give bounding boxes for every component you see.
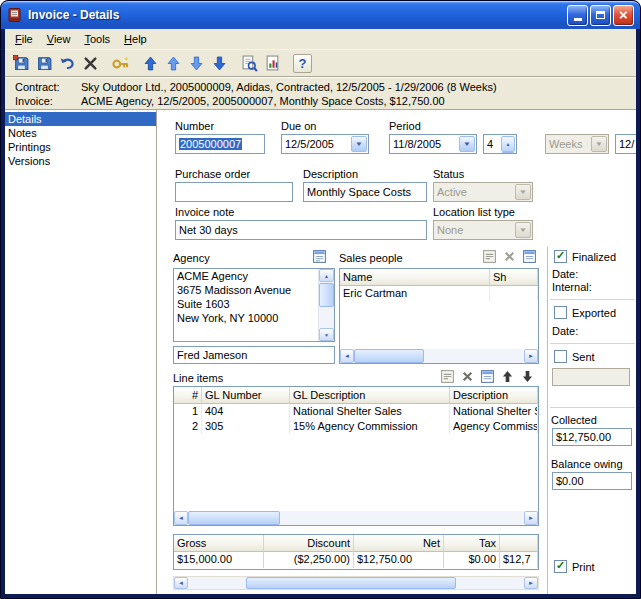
sales-properties-button[interactable]: [519, 248, 539, 265]
arrow-up-alt-button[interactable]: [162, 52, 185, 75]
help-button[interactable]: [291, 52, 314, 75]
balance-owing-field[interactable]: $0.00: [552, 472, 632, 490]
number-field[interactable]: 2005000007: [175, 134, 265, 154]
menu-item-tools[interactable]: Tools: [77, 31, 117, 47]
maximize-button[interactable]: [590, 5, 611, 26]
spin-down-icon[interactable]: [501, 152, 515, 154]
period-end-combo[interactable]: 12/: [615, 134, 636, 154]
scroll-left-icon[interactable]: [340, 349, 354, 363]
period-count-spinner[interactable]: 4: [483, 134, 517, 154]
column-header-gl-number[interactable]: GL Number: [202, 387, 290, 404]
sales-people-label: Sales people: [339, 252, 403, 264]
nav-down-icon: [213, 56, 226, 71]
column-header-gl-description[interactable]: GL Description: [290, 387, 450, 404]
sales-row[interactable]: Eric Cartman: [340, 286, 538, 301]
finalized-checkbox[interactable]: [554, 250, 567, 263]
scroll-left-icon[interactable]: [174, 511, 188, 525]
divider: [550, 299, 635, 300]
totals-header: Gross Discount Net Tax: [174, 535, 538, 552]
sidebar-item-printings[interactable]: Printings: [5, 140, 156, 154]
location-list-type-value: None: [437, 224, 463, 236]
agency-label: Agency: [173, 252, 210, 264]
sales-cell-share: [490, 286, 538, 301]
column-header-number[interactable]: #: [174, 387, 202, 404]
line-item-edit-button[interactable]: [437, 368, 457, 385]
report-button[interactable]: [261, 52, 284, 75]
report-icon: [264, 55, 281, 72]
number-label: Number: [175, 120, 214, 132]
print-preview-button[interactable]: [238, 52, 261, 75]
app-icon: [7, 7, 23, 23]
line-item-properties-button[interactable]: [477, 368, 497, 385]
print-checkbox[interactable]: [554, 560, 567, 573]
scrollbar-thumb[interactable]: [246, 577, 456, 589]
agency-scrollbar[interactable]: [318, 269, 334, 341]
sent-checkbox[interactable]: [554, 350, 567, 363]
description-field[interactable]: Monthly Space Costs: [303, 182, 427, 202]
sidebar-item-notes[interactable]: Notes: [5, 126, 156, 140]
scroll-right-icon[interactable]: [524, 349, 538, 363]
status-combo: Active: [433, 182, 533, 202]
chevron-down-icon[interactable]: [351, 136, 367, 152]
sales-edit-button[interactable]: [479, 248, 499, 265]
line-items-table: # GL Number GL Description Description 1…: [173, 386, 539, 526]
save-button[interactable]: [33, 52, 56, 75]
scroll-right-icon[interactable]: [524, 511, 538, 525]
agency-address-list[interactable]: ACME Agency 3675 Madisson Avenue Suite 1…: [173, 268, 335, 342]
line-item-delete-button[interactable]: [457, 368, 477, 385]
balance-owing-label: Balance owing: [551, 458, 623, 470]
edit-icon: [482, 249, 497, 264]
sidebar-item-details[interactable]: Details: [5, 112, 156, 126]
exported-checkbox[interactable]: [554, 306, 567, 319]
generate-number-button[interactable]: [109, 52, 132, 75]
due-on-combo[interactable]: 12/5/2005: [281, 134, 369, 154]
scroll-left-icon[interactable]: [174, 577, 188, 589]
purchase-order-field[interactable]: [175, 182, 293, 202]
address-line: Suite 1603: [174, 297, 319, 311]
line-item-row[interactable]: 2 305 15% Agency Commission Agency Commi…: [174, 419, 538, 434]
invoice-note-field[interactable]: Net 30 days: [175, 220, 427, 240]
menu-item-view[interactable]: View: [40, 31, 78, 47]
arrow-up-button[interactable]: [139, 52, 162, 75]
nav-down-alt-icon: [190, 56, 203, 71]
sales-delete-button[interactable]: [499, 248, 519, 265]
period-count-value: 4: [487, 138, 493, 150]
scroll-right-icon[interactable]: [524, 577, 538, 589]
collected-field[interactable]: $12,750.00: [552, 428, 632, 446]
scroll-down-icon[interactable]: [319, 328, 334, 341]
exported-label: Exported: [572, 307, 616, 319]
collected-value: $12,750.00: [556, 431, 611, 443]
column-header-share[interactable]: Sh: [490, 269, 538, 286]
scroll-up-icon[interactable]: [319, 269, 334, 282]
titlebar[interactable]: Invoice - Details: [1, 1, 640, 29]
sales-horizontal-scrollbar[interactable]: [340, 349, 538, 363]
delete-button[interactable]: [79, 52, 102, 75]
undo-button[interactable]: [56, 52, 79, 75]
scrollbar-thumb[interactable]: [188, 511, 280, 525]
line-items-horizontal-scrollbar[interactable]: [174, 511, 538, 525]
scrollbar-thumb[interactable]: [354, 349, 424, 363]
menu-item-file[interactable]: File: [8, 31, 40, 47]
column-header-name[interactable]: Name: [340, 269, 490, 286]
agency-contact-field[interactable]: Fred Jameson: [173, 346, 335, 364]
chevron-down-icon[interactable]: [459, 136, 475, 152]
line-item-row[interactable]: 1 404 National Shelter Sales National Sh…: [174, 404, 538, 419]
period-start-combo[interactable]: 11/8/2005: [389, 134, 477, 154]
bottom-horizontal-scrollbar[interactable]: [173, 576, 539, 590]
minimize-button[interactable]: [567, 5, 588, 26]
spin-up-icon[interactable]: [501, 136, 515, 152]
menu-item-help[interactable]: Help: [117, 31, 154, 47]
agency-open-button[interactable]: [309, 248, 329, 265]
scrollbar-thumb[interactable]: [319, 283, 334, 307]
sidebar: Details Notes Printings Versions: [5, 110, 157, 594]
line-item-move-up-button[interactable]: [497, 368, 517, 385]
line-items-label: Line items: [173, 372, 223, 384]
sidebar-item-versions[interactable]: Versions: [5, 154, 156, 168]
save-close-button[interactable]: [10, 52, 33, 75]
arrow-down-button[interactable]: [208, 52, 231, 75]
chevron-down-icon: [515, 184, 531, 200]
column-header-description[interactable]: Description: [450, 387, 538, 404]
line-item-move-down-button[interactable]: [517, 368, 537, 385]
arrow-down-alt-button[interactable]: [185, 52, 208, 75]
close-button[interactable]: [613, 5, 634, 26]
